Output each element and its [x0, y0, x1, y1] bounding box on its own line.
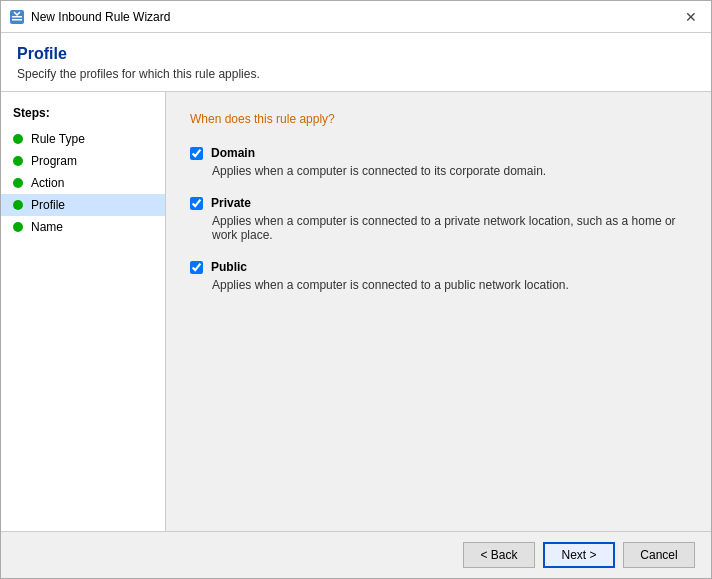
- option-row-domain: Domain: [190, 146, 687, 160]
- step-dot-profile: [13, 200, 23, 210]
- sidebar-item-rule-type[interactable]: Rule Type: [1, 128, 165, 150]
- checkbox-domain[interactable]: [190, 147, 203, 160]
- next-button[interactable]: Next >: [543, 542, 615, 568]
- label-public[interactable]: Public: [211, 260, 247, 274]
- desc-public: Applies when a computer is connected to …: [212, 278, 687, 292]
- title-bar: New Inbound Rule Wizard ✕: [1, 1, 711, 33]
- option-group-private: Private Applies when a computer is conne…: [190, 196, 687, 242]
- desc-private: Applies when a computer is connected to …: [212, 214, 687, 242]
- step-dot-name: [13, 222, 23, 232]
- page-subtitle: Specify the profiles for which this rule…: [17, 67, 695, 81]
- step-dot-action: [13, 178, 23, 188]
- steps-label: Steps:: [1, 102, 165, 128]
- option-row-public: Public: [190, 260, 687, 274]
- sidebar-item-name[interactable]: Name: [1, 216, 165, 238]
- wizard-window: New Inbound Rule Wizard ✕ Profile Specif…: [0, 0, 712, 579]
- page-title: Profile: [17, 45, 695, 63]
- sidebar-item-profile[interactable]: Profile: [1, 194, 165, 216]
- back-button[interactable]: < Back: [463, 542, 535, 568]
- window-title: New Inbound Rule Wizard: [31, 10, 679, 24]
- option-group-public: Public Applies when a computer is connec…: [190, 260, 687, 292]
- header: Profile Specify the profiles for which t…: [1, 33, 711, 92]
- step-dot-program: [13, 156, 23, 166]
- step-dot-rule-type: [13, 134, 23, 144]
- footer: < Back Next > Cancel: [1, 531, 711, 578]
- question-text: When does this rule apply?: [190, 112, 687, 126]
- cancel-button[interactable]: Cancel: [623, 542, 695, 568]
- main-panel: When does this rule apply? Domain Applie…: [166, 92, 711, 531]
- sidebar-item-program[interactable]: Program: [1, 150, 165, 172]
- content-area: Steps: Rule Type Program Action Profile …: [1, 92, 711, 531]
- checkbox-public[interactable]: [190, 261, 203, 274]
- sidebar: Steps: Rule Type Program Action Profile …: [1, 92, 166, 531]
- desc-domain: Applies when a computer is connected to …: [212, 164, 687, 178]
- option-row-private: Private: [190, 196, 687, 210]
- close-button[interactable]: ✕: [679, 5, 703, 29]
- label-domain[interactable]: Domain: [211, 146, 255, 160]
- option-group-domain: Domain Applies when a computer is connec…: [190, 146, 687, 178]
- window-icon: [9, 9, 25, 25]
- svg-rect-1: [12, 16, 22, 18]
- label-private[interactable]: Private: [211, 196, 251, 210]
- svg-rect-2: [12, 19, 22, 21]
- checkbox-private[interactable]: [190, 197, 203, 210]
- sidebar-item-action[interactable]: Action: [1, 172, 165, 194]
